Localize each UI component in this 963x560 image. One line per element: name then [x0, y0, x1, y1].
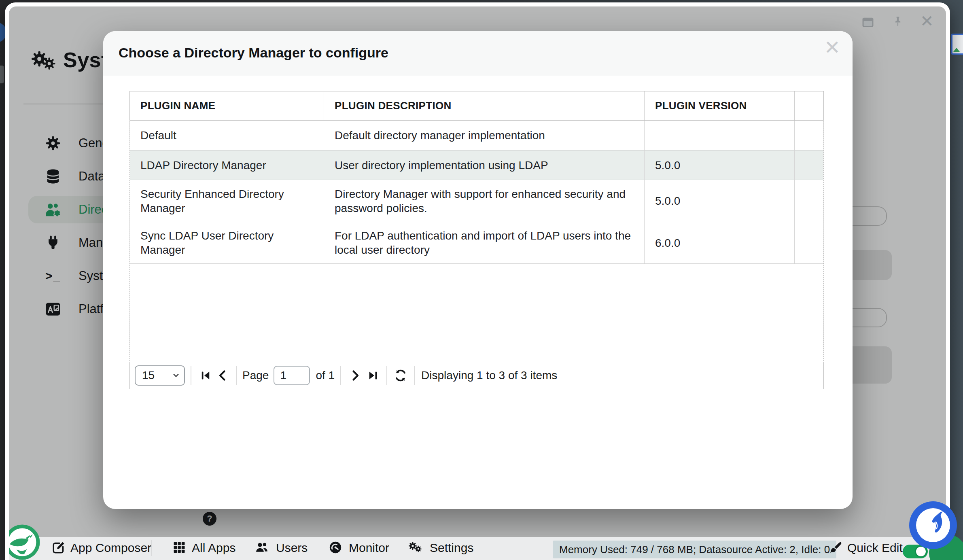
chevron-down-icon: [172, 371, 180, 380]
divider: [340, 366, 341, 385]
page-of-label: of 1: [316, 369, 335, 382]
previous-page-button[interactable]: [215, 368, 230, 383]
entando-logo[interactable]: [9, 524, 40, 560]
taskbar-item-app-composer[interactable]: App Composer: [70, 541, 151, 555]
column-header-plugin-version: PLUGIN VERSION: [645, 91, 795, 120]
next-page-button[interactable]: [348, 368, 363, 383]
last-page-button[interactable]: [365, 368, 381, 383]
users-icon: [255, 541, 269, 554]
desktop-image-file-icon: [951, 34, 963, 55]
memory-status-badge: Memory Used: 749 / 768 MB; Datasource Ac…: [553, 541, 836, 558]
table-row-default[interactable]: Default Default directory manager implem…: [130, 121, 823, 151]
modal-title: Choose a Directory Manager to configure: [119, 45, 388, 61]
table-row-ldap[interactable]: LDAP Directory Manager User directory im…: [130, 151, 823, 180]
pagination-bar: 15 Page of 1 Displaying 1: [129, 362, 824, 389]
edit-square-icon: [52, 541, 66, 554]
desktop-icon-partial-grey: [0, 66, 4, 83]
page-size-select[interactable]: 15: [135, 365, 185, 386]
pagination-status: Displaying 1 to 3 of 3 items: [421, 369, 557, 382]
close-icon[interactable]: ✕: [824, 36, 840, 59]
page-number-input[interactable]: [274, 366, 310, 385]
column-header-empty: [795, 91, 824, 120]
table-row-sync-ldap[interactable]: Sync LDAP User Directory Manager For LDA…: [130, 222, 823, 264]
assistant-bird-button[interactable]: [909, 501, 957, 549]
table-header-row: PLUGIN NAME PLUGIN DESCRIPTION PLUGIN VE…: [129, 91, 824, 121]
first-page-button[interactable]: [198, 368, 213, 383]
divider: [414, 366, 415, 385]
modal-header: Choose a Directory Manager to configure …: [103, 31, 853, 76]
column-header-plugin-name: PLUGIN NAME: [130, 91, 324, 120]
divider: [236, 366, 237, 385]
refresh-icon[interactable]: [393, 368, 408, 383]
page-label: Page: [242, 369, 269, 382]
app-surface: ✕ Syst Gener Dataso Directo Manag >_ Sys: [9, 6, 946, 560]
divider: [386, 366, 387, 385]
taskbar-item-settings[interactable]: Settings: [430, 541, 473, 555]
divider: [151, 540, 152, 556]
quick-edit-label: Quick Edit: [847, 541, 903, 555]
plugin-table: PLUGIN NAME PLUGIN DESCRIPTION PLUGIN VE…: [129, 91, 824, 389]
table-row-security-enhanced[interactable]: Security Enhanced Directory Manager Dire…: [130, 180, 823, 222]
grid-icon: [172, 541, 186, 554]
app-window: ✕ Syst Gener Dataso Directo Manag >_ Sys: [5, 2, 950, 560]
taskbar-item-users[interactable]: Users: [276, 541, 308, 555]
taskbar-item-monitor[interactable]: Monitor: [349, 541, 389, 555]
column-header-plugin-description: PLUGIN DESCRIPTION: [324, 91, 645, 120]
gauge-icon: [329, 541, 342, 554]
paintbrush-icon: [829, 541, 842, 554]
bird-icon: [916, 508, 950, 542]
divider: [191, 366, 191, 385]
taskbar-item-all-apps[interactable]: All Apps: [192, 541, 235, 555]
directory-manager-modal: Choose a Directory Manager to configure …: [103, 31, 853, 509]
gears-icon: [407, 541, 425, 554]
